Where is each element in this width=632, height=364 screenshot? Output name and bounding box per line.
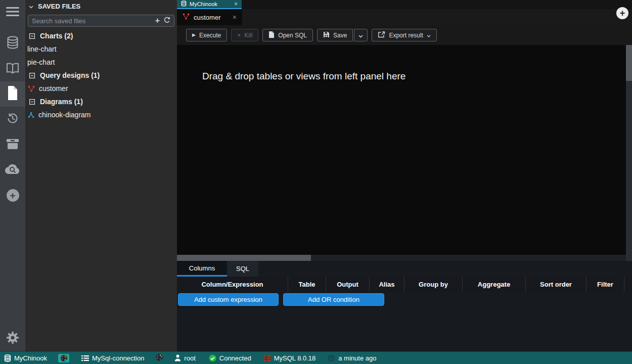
close-icon[interactable]: × <box>233 13 237 21</box>
saved-files-panel: SAVED FILES + Charts (2) line-chart pie-… <box>25 0 177 351</box>
button-label: Add custom expression <box>194 296 262 303</box>
tree-item-label: customer <box>39 84 68 93</box>
user-name: root <box>184 354 195 362</box>
statusbar-database[interactable]: MySql-connection <box>81 354 144 362</box>
collapse-minus-icon[interactable] <box>29 99 35 105</box>
add-file-icon[interactable]: + <box>155 17 160 25</box>
tab-document-customer[interactable]: customer × <box>177 9 242 25</box>
tree-group-query-designs[interactable]: Query designs (1) <box>25 69 177 82</box>
column-header: Aggregate <box>463 277 526 292</box>
activity-bar: + <box>0 0 25 351</box>
tree-item-chinook-diagram[interactable]: chinook-diagram <box>25 108 177 121</box>
workspace: MyChinook × customer × + ▶ Execute <box>177 0 632 351</box>
vertical-scrollbar[interactable] <box>626 45 632 255</box>
query-designer-canvas[interactable]: Drag & drop tables or views from left pa… <box>177 45 626 255</box>
sidebar-item-connections[interactable] <box>0 31 25 56</box>
tree-group-diagrams[interactable]: Diagrams (1) <box>25 95 177 108</box>
horizontal-scrollbar-handle[interactable] <box>177 255 311 261</box>
palette-icon <box>60 354 68 362</box>
saved-files-search: + <box>28 15 174 27</box>
collapse-minus-icon[interactable] <box>29 33 35 39</box>
sidebar-item-add-connection[interactable]: + <box>0 183 25 208</box>
play-icon: ▶ <box>192 33 196 37</box>
tab-label: customer <box>194 14 220 21</box>
tab-label: SQL <box>236 265 249 272</box>
sidebar-item-archive[interactable] <box>0 132 25 157</box>
tree-item-label: line-chart <box>27 45 57 53</box>
file-icon <box>7 85 19 103</box>
scrollbar-corner <box>626 255 632 261</box>
tab-connection-mychinook[interactable]: MyChinook × <box>177 0 242 9</box>
settings-button[interactable] <box>0 326 25 351</box>
drop-hint-text: Drag & drop tables or views from left pa… <box>202 71 405 82</box>
tab-label: MyChinook <box>190 1 217 7</box>
tree-item-label: pie-chart <box>27 58 55 66</box>
sidebar-item-cloud-search[interactable] <box>0 157 25 183</box>
tree-item-pie-chart[interactable]: pie-chart <box>25 56 177 69</box>
file-icon <box>268 31 275 40</box>
tab-sql[interactable]: SQL <box>227 261 258 277</box>
column-header: Group by <box>404 277 463 292</box>
sidebar-item-schema[interactable] <box>0 57 25 82</box>
database-color-button[interactable] <box>155 353 163 363</box>
statusbar-connection[interactable]: MyChinook <box>4 354 47 362</box>
collapse-minus-icon[interactable] <box>29 73 35 78</box>
database-icon <box>4 354 11 362</box>
column-header: Filter <box>586 277 624 292</box>
save-options-button[interactable] <box>354 29 368 41</box>
tree-group-label: Diagrams (1) <box>40 98 83 106</box>
export-icon <box>378 31 385 39</box>
connection-color-button[interactable] <box>58 354 69 362</box>
open-sql-button[interactable]: Open SQL <box>262 29 313 41</box>
connection-state: Connected <box>219 354 251 362</box>
add-or-condition-button[interactable]: Add OR condition <box>283 293 384 306</box>
chevron-down-icon <box>427 32 431 39</box>
chevron-down-icon <box>358 31 363 40</box>
column-header: Table <box>288 277 326 292</box>
refresh-icon[interactable] <box>164 16 170 25</box>
tree-group-charts[interactable]: Charts (2) <box>25 29 177 42</box>
export-result-label: Export result <box>389 32 423 39</box>
menu-button[interactable] <box>0 0 25 25</box>
saved-files-tree: Charts (2) line-chart pie-chart Query de… <box>25 29 177 121</box>
database-icon <box>6 35 19 52</box>
tree-item-line-chart[interactable]: line-chart <box>25 42 177 56</box>
kill-button[interactable]: × Kill <box>231 29 258 41</box>
column-header-filler <box>624 277 632 292</box>
execute-button[interactable]: ▶ Execute <box>186 29 227 41</box>
plus-icon: + <box>620 9 625 18</box>
vertical-scrollbar-handle[interactable] <box>626 45 632 81</box>
tab-columns[interactable]: Columns <box>177 261 227 277</box>
panel-title: SAVED FILES <box>38 3 80 10</box>
export-result-button[interactable]: Export result <box>372 29 436 41</box>
tree-group-label: Charts (2) <box>40 32 73 40</box>
sidebar-item-history[interactable] <box>0 107 25 132</box>
connection-name: MyChinook <box>14 354 47 362</box>
diagram-icon <box>28 112 34 118</box>
add-tab-button[interactable]: + <box>616 7 628 19</box>
open-sql-label: Open SQL <box>278 32 307 39</box>
chevron-down-icon <box>29 3 33 10</box>
list-icon <box>81 355 89 361</box>
sidebar-item-saved-files[interactable] <box>0 81 25 107</box>
close-icon[interactable]: × <box>234 1 238 8</box>
database-icon <box>181 1 187 8</box>
column-header: Column/Expression <box>177 277 288 292</box>
search-input[interactable] <box>32 17 151 25</box>
saved-files-header[interactable]: SAVED FILES <box>29 3 80 10</box>
save-label: Save <box>333 32 347 39</box>
columns-table-header: Column/Expression Table Output Alias Gro… <box>177 277 632 292</box>
clock-history-icon <box>328 354 335 362</box>
column-header: Sort order <box>526 277 586 292</box>
query-icon <box>28 85 35 92</box>
last-action-time: a minute ago <box>338 354 376 362</box>
tree-item-customer[interactable]: customer <box>25 82 177 95</box>
save-button[interactable]: Save <box>317 29 353 41</box>
horizontal-scrollbar[interactable] <box>177 255 632 261</box>
kill-label: Kill <box>244 32 252 39</box>
query-toolbar: ▶ Execute × Kill Open SQL Save <box>177 25 632 45</box>
column-header: Output <box>326 277 370 292</box>
cloud-search-icon <box>5 163 20 176</box>
add-custom-expression-button[interactable]: Add custom expression <box>178 293 279 306</box>
plus-circle-icon: + <box>7 189 19 202</box>
